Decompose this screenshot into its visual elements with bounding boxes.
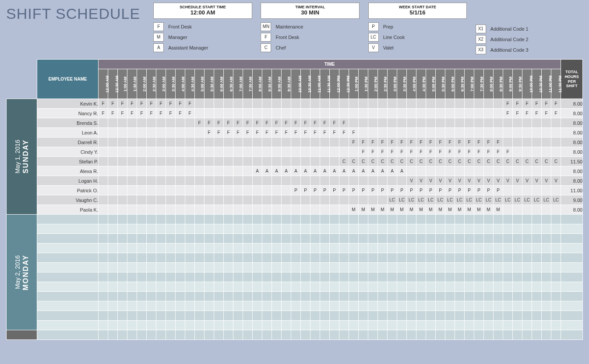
shift-cell[interactable]	[494, 263, 503, 272]
shift-cell[interactable]	[282, 253, 291, 263]
shift-cell[interactable]	[176, 272, 185, 282]
shift-cell[interactable]	[388, 253, 397, 263]
shift-cell[interactable]	[494, 166, 503, 176]
shift-cell[interactable]	[474, 244, 484, 253]
employee-name-cell[interactable]	[37, 292, 99, 301]
shift-cell[interactable]	[397, 263, 407, 272]
shift-cell[interactable]	[484, 330, 494, 340]
shift-cell[interactable]	[465, 263, 474, 272]
shift-cell[interactable]	[205, 292, 214, 301]
shift-cell[interactable]	[503, 292, 513, 301]
shift-cell[interactable]	[291, 282, 301, 292]
shift-cell[interactable]	[272, 292, 282, 301]
shift-cell[interactable]	[205, 330, 214, 340]
shift-cell[interactable]	[108, 195, 118, 205]
shift-cell[interactable]	[455, 292, 465, 301]
shift-cell[interactable]	[127, 166, 137, 176]
shift-cell[interactable]	[156, 263, 166, 272]
employee-name-cell[interactable]	[37, 253, 99, 263]
shift-cell[interactable]	[156, 195, 166, 205]
shift-cell[interactable]	[542, 321, 551, 330]
shift-cell[interactable]	[127, 215, 137, 224]
shift-cell[interactable]	[359, 292, 368, 301]
shift-cell[interactable]	[99, 244, 108, 253]
shift-cell[interactable]	[455, 166, 465, 176]
shift-cell[interactable]	[156, 118, 166, 128]
shift-cell[interactable]	[301, 205, 310, 215]
shift-cell[interactable]	[253, 138, 262, 147]
shift-cell[interactable]: A	[253, 166, 262, 176]
shift-cell[interactable]	[522, 330, 532, 340]
shift-cell[interactable]	[214, 311, 224, 321]
shift-cell[interactable]	[494, 292, 503, 301]
shift-cell[interactable]: F	[176, 99, 185, 109]
shift-cell[interactable]: M	[455, 205, 465, 215]
shift-cell[interactable]	[118, 263, 127, 272]
shift-cell[interactable]	[282, 215, 291, 224]
shift-cell[interactable]	[156, 205, 166, 215]
shift-cell[interactable]	[118, 301, 127, 311]
shift-cell[interactable]	[368, 244, 378, 253]
shift-cell[interactable]	[301, 195, 310, 205]
shift-cell[interactable]	[339, 224, 349, 234]
shift-cell[interactable]	[301, 292, 310, 301]
employee-name-cell[interactable]	[37, 234, 99, 244]
shift-cell[interactable]	[147, 157, 156, 166]
shift-cell[interactable]	[233, 109, 243, 118]
shift-cell[interactable]	[282, 263, 291, 272]
shift-cell[interactable]	[195, 186, 205, 195]
shift-cell[interactable]	[339, 272, 349, 282]
shift-cell[interactable]	[378, 282, 388, 292]
shift-cell[interactable]	[291, 99, 301, 109]
shift-cell[interactable]	[426, 128, 436, 138]
shift-cell[interactable]	[359, 224, 368, 234]
shift-cell[interactable]	[320, 253, 330, 263]
shift-cell[interactable]	[445, 234, 455, 244]
shift-cell[interactable]	[359, 244, 368, 253]
shift-cell[interactable]	[349, 215, 359, 224]
shift-cell[interactable]	[127, 157, 137, 166]
shift-cell[interactable]	[426, 282, 436, 292]
shift-cell[interactable]	[513, 244, 522, 253]
shift-cell[interactable]: F	[378, 147, 388, 157]
shift-cell[interactable]	[147, 234, 156, 244]
shift-cell[interactable]	[301, 99, 310, 109]
shift-cell[interactable]	[99, 128, 108, 138]
shift-cell[interactable]	[137, 118, 147, 128]
shift-cell[interactable]: A	[320, 166, 330, 176]
shift-cell[interactable]	[359, 234, 368, 244]
shift-cell[interactable]	[243, 263, 253, 272]
shift-cell[interactable]	[176, 118, 185, 128]
shift-cell[interactable]	[407, 128, 416, 138]
shift-cell[interactable]	[339, 234, 349, 244]
shift-cell[interactable]	[272, 176, 282, 186]
shift-cell[interactable]	[445, 272, 455, 282]
shift-cell[interactable]: F	[99, 99, 108, 109]
shift-cell[interactable]	[445, 330, 455, 340]
shift-cell[interactable]	[185, 118, 195, 128]
shift-cell[interactable]: F	[243, 128, 253, 138]
shift-cell[interactable]	[522, 166, 532, 176]
shift-cell[interactable]	[474, 253, 484, 263]
shift-cell[interactable]	[484, 272, 494, 282]
legend-code[interactable]: MN	[261, 22, 271, 31]
shift-cell[interactable]: M	[359, 205, 368, 215]
shift-cell[interactable]	[368, 128, 378, 138]
shift-cell[interactable]	[503, 272, 513, 282]
shift-cell[interactable]	[166, 311, 176, 321]
shift-cell[interactable]	[320, 147, 330, 157]
shift-cell[interactable]	[465, 244, 474, 253]
shift-cell[interactable]: A	[368, 166, 378, 176]
shift-cell[interactable]	[166, 292, 176, 301]
shift-cell[interactable]	[233, 292, 243, 301]
shift-cell[interactable]	[262, 311, 272, 321]
shift-cell[interactable]	[426, 109, 436, 118]
shift-cell[interactable]	[301, 176, 310, 186]
shift-cell[interactable]	[484, 253, 494, 263]
shift-cell[interactable]: F	[166, 99, 176, 109]
shift-cell[interactable]	[388, 128, 397, 138]
shift-cell[interactable]	[551, 186, 561, 195]
shift-cell[interactable]	[542, 301, 551, 311]
shift-cell[interactable]	[243, 321, 253, 330]
shift-cell[interactable]	[522, 301, 532, 311]
